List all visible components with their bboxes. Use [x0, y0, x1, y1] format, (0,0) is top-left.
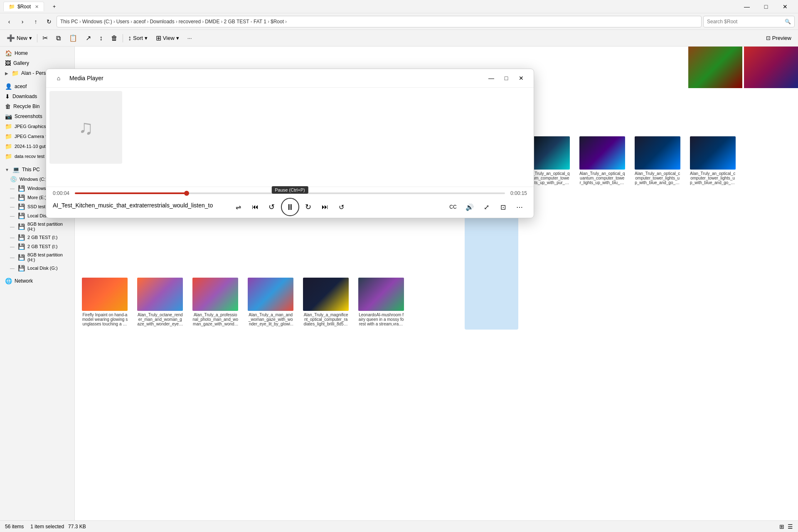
more-button[interactable]: ··· [184, 33, 195, 43]
jpeg-folder-icon: 📁 [5, 123, 12, 130]
new-tab-button[interactable]: + [47, 2, 61, 12]
thumb-mushrooms [688, 47, 742, 88]
list-item[interactable]: Alan_Truly_a_man_and_woman_gaze_with_won… [244, 274, 298, 330]
mp-more-icon: ⋯ [516, 203, 523, 211]
title-bar-left: 📁 $Root ✕ + [3, 2, 61, 12]
sidebar-8gb-h2[interactable]: — 💾 8GB test partition (H:) [0, 251, 74, 264]
list-item[interactable]: Firefly Inpaint on hand-a model wearing … [78, 274, 132, 330]
mp-next-button[interactable]: ⏭ [318, 200, 332, 214]
breadcrumb[interactable]: This PC › Windows (C:) › Users › aceof ›… [57, 16, 702, 27]
sidebar-2gb-i2[interactable]: — 💾 2 GB TEST (I:) [0, 242, 74, 251]
drive-d-icon: 💾 [18, 185, 25, 192]
file-thumbnail [248, 278, 293, 311]
user-folder-icon: 👤 [5, 83, 12, 90]
rewind-icon: ↺ [268, 202, 275, 212]
file-thumbnail [82, 278, 128, 311]
mp-more-button[interactable]: ⋯ [512, 200, 527, 214]
mp-pause-button[interactable]: ⏸ [281, 198, 299, 216]
mp-rewind-button[interactable]: ↺ [264, 200, 279, 214]
address-bar: ‹ › ↑ ↻ This PC › Windows (C:) › Users ›… [0, 13, 798, 30]
view-button[interactable]: ⊞ View ▾ [153, 32, 182, 44]
copy-button[interactable]: ⧉ [53, 33, 64, 44]
sidebar-item-network[interactable]: 🌐 Network [0, 276, 74, 286]
mp-prev-button[interactable]: ⏮ [248, 200, 263, 214]
back-button[interactable]: ‹ [3, 16, 15, 27]
list-item[interactable]: Alan_Truly_an_optical_computer_tower_lig… [631, 133, 684, 330]
search-input[interactable] [707, 19, 785, 25]
sidebar-local-disk-g2[interactable]: — 💾 Local Disk (G:) [0, 264, 74, 273]
mp-forward-button[interactable]: ↻ [301, 200, 316, 214]
move-button[interactable]: ↕ [96, 33, 106, 44]
sidebar-8gb-h[interactable]: — 💾 8GB test partition (H:) [0, 220, 74, 233]
mp-maximize-button[interactable]: □ [499, 72, 514, 84]
gallery-icon: 🖼 [5, 60, 11, 66]
mp-fullscreen-button[interactable]: ⤢ [479, 200, 494, 214]
file-thumbnail [303, 278, 349, 311]
sidebar-item-gallery[interactable]: 🖼 Gallery [0, 58, 74, 68]
sort-button[interactable]: ↕ Sort ▾ [125, 33, 151, 44]
delete-button[interactable]: 🗑 [108, 33, 121, 44]
mp-captions-button[interactable]: CC [446, 200, 461, 214]
mp-home-icon: ⌂ [57, 75, 60, 81]
2gb-i-icon: 💾 [18, 234, 25, 241]
file-name: Firefly Inpaint on hand-a model wearing … [82, 313, 128, 326]
list-item[interactable]: Alan_Truly_octane_render_man_and_woman_g… [133, 274, 187, 330]
mp-body: ♫ [46, 88, 534, 187]
mp-progress-track[interactable] [75, 192, 505, 194]
view-list-button[interactable]: ☰ [788, 523, 793, 530]
list-item[interactable]: LeonardoAI-mushroom fairy queen in a mos… [355, 274, 408, 330]
mp-close-button[interactable]: ✕ [514, 72, 529, 84]
sidebar-item-home[interactable]: 🏠 Home [0, 48, 74, 58]
search-box[interactable]: 🔍 [703, 16, 795, 27]
share-button[interactable]: ↗ [82, 32, 94, 44]
maximize-button[interactable]: □ [756, 0, 776, 13]
new-button[interactable]: ➕ New ▾ [3, 32, 35, 44]
toolbar: ➕ New ▾ ✂ ⧉ 📋 ↗ ↕ 🗑 ↕ Sort ▾ ⊞ View ▾ ··… [0, 30, 798, 47]
file-name: Alan_Truly_a_magnificent_optical_compute… [303, 313, 349, 326]
toolbar-divider [37, 34, 37, 42]
mp-progress-fill [75, 192, 187, 194]
title-tab[interactable]: 📁 $Root ✕ [3, 2, 44, 11]
toolbar-divider-2 [123, 34, 123, 42]
forward-icon: ↻ [305, 202, 311, 212]
selected-info: 1 item selected 77.3 KB [30, 524, 86, 530]
mp-cast-button[interactable]: ⊡ [495, 200, 510, 214]
up-button[interactable]: ↑ [30, 16, 42, 27]
mp-current-time: 0:00:04 [53, 190, 71, 196]
sidebar-2gb-i[interactable]: — 💾 2 GB TEST (I:) [0, 233, 74, 242]
shuffle-icon: ⇌ [236, 203, 241, 211]
file-name: LeonardoAI-mushroom fairy queen in a mos… [358, 313, 404, 326]
mp-title: Media Player [69, 75, 103, 81]
file-thumbnail [579, 136, 625, 170]
list-item[interactable]: Alan_Truly_a_professional_photo_man_and_… [189, 274, 242, 330]
tab-close[interactable]: ✕ [35, 4, 39, 10]
file-thumbnail [690, 136, 736, 170]
mp-album-art: ♫ [49, 91, 122, 164]
view-grid-button[interactable]: ⊞ [779, 523, 784, 530]
cut-button[interactable]: ✂ [39, 32, 51, 44]
title-bar: 📁 $Root ✕ + — □ ✕ [0, 0, 798, 13]
mp-home-button[interactable]: ⌂ [51, 72, 66, 84]
list-item[interactable]: Alan_Truly_an_optical_quantum_computer_t… [575, 133, 629, 330]
8gb-h2-icon: 💾 [18, 254, 25, 261]
mp-shuffle-button[interactable]: ⇌ [231, 200, 246, 214]
preview-button[interactable]: ⊡ Preview [763, 33, 795, 43]
volume-icon: 🔊 [466, 203, 474, 211]
minimize-button[interactable]: — [737, 0, 756, 13]
mp-progress-thumb[interactable] [184, 191, 189, 196]
mp-minimize-button[interactable]: — [484, 72, 499, 84]
file-thumbnail [358, 278, 404, 311]
close-button[interactable]: ✕ [776, 0, 795, 13]
media-player-window: ⌂ Media Player — □ ✕ ♫ 0:00:04 0:00:15 [46, 69, 534, 218]
list-item[interactable]: Alan_Truly_a_magnificent_optical_compute… [299, 274, 353, 330]
file-thumbnail [635, 136, 680, 170]
mp-repeat-button[interactable]: ↺ [334, 200, 349, 214]
forward-button[interactable]: › [17, 16, 28, 27]
mp-volume-button[interactable]: 🔊 [462, 200, 477, 214]
file-thumbnail [137, 278, 183, 311]
drive-e-icon: 💾 [18, 194, 25, 201]
paste-button[interactable]: 📋 [66, 32, 81, 44]
local-disk-g-icon: 💾 [18, 212, 25, 219]
list-item[interactable]: Alan_Truly_an_optical_computer_tower_lig… [686, 133, 739, 330]
refresh-button[interactable]: ↻ [43, 16, 55, 27]
